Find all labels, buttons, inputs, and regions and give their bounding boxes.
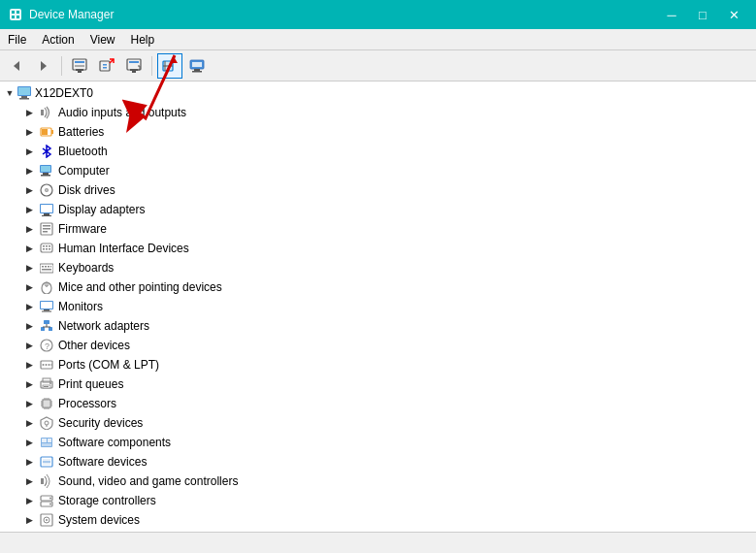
svg-rect-105	[42, 439, 47, 442]
device-tree[interactable]: ▼ X12DEXT0 ▶	[0, 81, 756, 532]
toolbar-forward[interactable]	[31, 53, 56, 79]
toolbar-separator-1	[61, 56, 62, 76]
svg-rect-31	[41, 110, 44, 115]
list-item[interactable]: ▶ System devices	[0, 510, 756, 530]
svg-rect-53	[46, 245, 48, 247]
processor-icon	[39, 396, 54, 411]
item-label: Security devices	[58, 416, 143, 430]
menu-action[interactable]: Action	[34, 29, 82, 49]
svg-rect-10	[78, 71, 82, 73]
item-label: Network adapters	[58, 319, 149, 333]
app-icon	[8, 7, 23, 22]
list-item[interactable]: ▶ Storage controllers	[0, 491, 756, 510]
svg-rect-49	[43, 228, 50, 230]
svg-rect-106	[48, 439, 51, 442]
minimize-button[interactable]: ─	[657, 4, 686, 25]
svg-point-81	[49, 364, 50, 366]
other-icon: ?	[39, 338, 54, 353]
list-item[interactable]: ▶ ? Other devices	[0, 336, 756, 355]
list-item[interactable]: ▶ Security devices	[0, 413, 756, 433]
svg-rect-59	[42, 266, 44, 268]
svg-marker-5	[14, 61, 19, 71]
svg-marker-35	[43, 146, 50, 157]
menu-view[interactable]: View	[82, 29, 123, 49]
close-button[interactable]: ✕	[719, 4, 748, 25]
toolbar-update[interactable]	[121, 53, 147, 79]
svg-rect-37	[41, 166, 50, 172]
svg-rect-73	[49, 327, 52, 331]
list-item[interactable]: ▶ Disk drives	[0, 180, 756, 200]
svg-rect-3	[12, 16, 15, 18]
keyboard-icon	[39, 260, 54, 276]
list-item[interactable]: ▶ Software devices	[0, 452, 756, 472]
svg-rect-44	[41, 205, 52, 212]
tree-root[interactable]: ▼ X12DEXT0	[0, 83, 756, 103]
svg-rect-7	[73, 59, 86, 70]
svg-rect-63	[42, 269, 51, 271]
list-item[interactable]: ▶ Print queues	[0, 374, 756, 394]
list-item[interactable]: ▶ Universal Serial Bus controllers	[0, 530, 756, 532]
toolbar-computer[interactable]	[184, 53, 210, 79]
svg-rect-48	[43, 225, 50, 227]
hid-icon	[39, 241, 54, 256]
menu-help[interactable]: Help	[123, 29, 163, 49]
item-label: Ports (COM & LPT)	[58, 358, 159, 372]
list-item[interactable]: ▶ Software components	[0, 433, 756, 452]
item-label: Other devices	[58, 339, 130, 352]
list-item[interactable]: ▶	[0, 394, 756, 413]
menu-bar: File Action View Help	[0, 29, 756, 50]
toolbar-properties[interactable]	[67, 53, 92, 79]
list-item[interactable]: ▶ Mice and other pointing devices	[0, 277, 756, 297]
svg-rect-56	[46, 248, 48, 250]
network-icon	[39, 318, 54, 334]
item-label: Human Interface Devices	[58, 242, 189, 255]
svg-rect-29	[21, 96, 27, 98]
toolbar-add-hardware[interactable]	[157, 53, 182, 79]
menu-file[interactable]: File	[0, 29, 34, 49]
svg-rect-46	[42, 215, 51, 216]
window-title: Device Manager	[29, 8, 114, 21]
item-label: Software components	[58, 436, 171, 449]
svg-rect-72	[41, 327, 45, 331]
list-item[interactable]: ▶ Firmware	[0, 219, 756, 239]
svg-rect-111	[41, 478, 44, 484]
list-item[interactable]: ▶ Network adapters	[0, 316, 756, 336]
svg-rect-58	[40, 264, 53, 273]
svg-rect-4	[16, 16, 19, 18]
window-controls: ─ □ ✕	[657, 4, 748, 25]
item-label: Monitors	[58, 300, 103, 313]
toolbar-separator-2	[151, 56, 152, 76]
svg-rect-61	[48, 266, 49, 268]
list-item[interactable]: ▶ Bluetooth	[0, 142, 756, 161]
svg-rect-17	[132, 71, 136, 73]
item-label: Disk drives	[58, 183, 115, 197]
maximize-button[interactable]: □	[688, 4, 717, 25]
svg-rect-8	[75, 61, 84, 63]
toolbar-back[interactable]	[4, 53, 29, 79]
svg-point-42	[46, 189, 48, 191]
item-label: Storage controllers	[58, 494, 156, 507]
svg-point-118	[46, 519, 48, 521]
svg-rect-70	[42, 311, 51, 312]
list-item[interactable]: ▶ Keyboards	[0, 258, 756, 277]
display-icon	[39, 202, 54, 217]
svg-rect-12	[100, 61, 110, 71]
svg-rect-51	[41, 244, 52, 252]
list-item[interactable]: ▶ Computer	[0, 161, 756, 180]
toolbar-scan[interactable]	[94, 53, 119, 79]
list-item[interactable]: ▶ Display adapters	[0, 200, 756, 219]
svg-rect-18	[130, 69, 138, 71]
item-label: Keyboards	[58, 261, 114, 275]
list-item[interactable]: ▶ Human Interface Devices	[0, 239, 756, 258]
list-item[interactable]: ▶ Audio inputs and outputs	[0, 103, 756, 122]
list-item[interactable]: ▶ Sound, video and game controllers	[0, 472, 756, 491]
list-item[interactable]: ▶ Ports (COM & LPT)	[0, 355, 756, 374]
svg-rect-39	[41, 175, 50, 177]
software-devices-icon	[39, 454, 54, 470]
svg-rect-24	[192, 62, 202, 67]
svg-rect-60	[45, 266, 47, 268]
status-bar	[0, 532, 756, 553]
list-item[interactable]: ▶ Monitors	[0, 297, 756, 316]
list-item[interactable]: ▶ Batteries	[0, 122, 756, 142]
item-label: Firmware	[58, 222, 107, 236]
